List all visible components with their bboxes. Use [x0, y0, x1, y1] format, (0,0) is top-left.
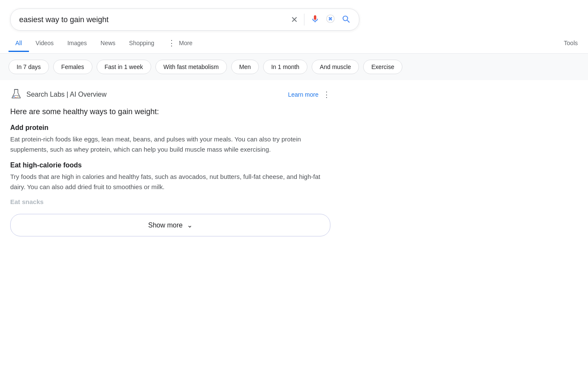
tip-text-2: Try foods that are high in calories and … — [10, 172, 330, 192]
ai-overview-brand: Search Labs | AI Overview — [10, 89, 106, 101]
ai-overview-options-icon[interactable]: ⋮ — [323, 90, 330, 99]
chevron-down-icon: ⌄ — [187, 221, 192, 229]
tip-heading-2: Eat high-calorie foods — [10, 161, 330, 169]
tab-images[interactable]: Images — [60, 35, 94, 52]
tip-text-1: Eat protein-rich foods like eggs, lean m… — [10, 134, 330, 155]
tip-heading-1: Add protein — [10, 124, 330, 132]
show-more-container: Show more ⌄ — [10, 214, 330, 236]
tip-add-protein: Add protein Eat protein-rich foods like … — [10, 124, 330, 155]
chip-in-7-days[interactable]: In 7 days — [9, 60, 49, 74]
search-bar-icons: ✕ — [291, 14, 350, 26]
ai-overview-title: Search Labs | AI Overview — [26, 91, 106, 98]
show-more-button[interactable]: Show more ⌄ — [10, 214, 330, 236]
tab-tools[interactable]: Tools — [557, 35, 588, 52]
chip-exercise[interactable]: Exercise — [363, 60, 402, 74]
tip-high-calorie: Eat high-calorie foods Try foods that ar… — [10, 161, 330, 192]
google-lens-icon[interactable] — [326, 14, 335, 25]
microphone-icon[interactable] — [310, 14, 320, 25]
chip-and-muscle[interactable]: And muscle — [312, 60, 359, 74]
tip-heading-3-partial: Eat snacks — [10, 198, 330, 205]
clear-icon[interactable]: ✕ — [291, 14, 298, 25]
flask-icon — [10, 89, 22, 101]
svg-point-3 — [17, 97, 18, 98]
svg-point-2 — [15, 97, 16, 98]
chip-with-fast-metabolism[interactable]: With fast metabolism — [155, 60, 227, 74]
ai-overview-actions: Learn more ⋮ — [288, 90, 330, 99]
search-bar-divider — [304, 14, 304, 26]
more-dots-icon: ⋮ — [168, 38, 175, 48]
tab-more[interactable]: ⋮ More — [161, 34, 199, 53]
tab-news[interactable]: News — [94, 35, 122, 52]
filter-chips: In 7 days Females Fast in 1 week With fa… — [0, 54, 588, 80]
search-submit-icon[interactable] — [341, 14, 350, 25]
search-query[interactable]: easiest way to gain weight — [19, 15, 286, 24]
nav-tabs: All Videos Images News Shopping ⋮ More T… — [0, 31, 588, 54]
tab-all[interactable]: All — [9, 35, 29, 52]
chip-men[interactable]: Men — [231, 60, 259, 74]
show-more-label: Show more — [148, 222, 183, 229]
search-header: easiest way to gain weight ✕ — [0, 0, 588, 31]
learn-more-link[interactable]: Learn more — [288, 91, 318, 98]
tab-shopping[interactable]: Shopping — [122, 35, 161, 52]
tab-videos[interactable]: Videos — [29, 35, 61, 52]
svg-point-1 — [14, 96, 15, 98]
content-area: Search Labs | AI Overview Learn more ⋮ H… — [0, 80, 341, 245]
ai-overview-intro: Here are some healthy ways to gain weigh… — [10, 107, 330, 116]
tip-snacks-partial: Eat snacks — [10, 198, 330, 205]
chip-in-1-month[interactable]: In 1 month — [263, 60, 307, 74]
ai-overview-header: Search Labs | AI Overview Learn more ⋮ — [10, 89, 330, 101]
search-bar: easiest way to gain weight ✕ — [10, 9, 359, 31]
chip-females[interactable]: Females — [53, 60, 92, 74]
chip-fast-in-1-week[interactable]: Fast in 1 week — [97, 60, 151, 74]
